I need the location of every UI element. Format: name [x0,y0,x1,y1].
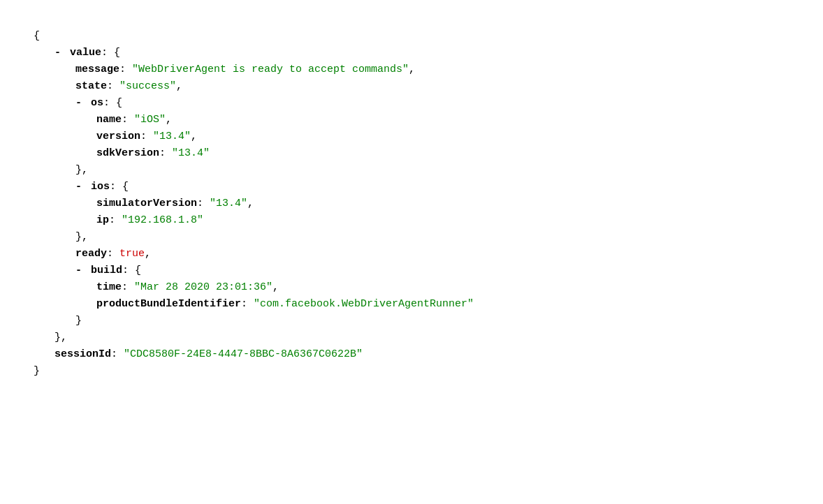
json-line-ios-close: }, [34,229,823,246]
separator: : [101,45,114,61]
json-line-sdkVersion-line: sdkVersion: "13.4" [34,145,823,162]
separator: : [119,61,132,78]
json-line-build-close: } [34,313,823,329]
json-key: message [75,61,119,78]
json-key: version [96,128,140,145]
json-line-time-line: time: "Mar 28 2020 23:01:36", [34,279,823,296]
comma: , [191,128,197,145]
string-value: "com.facebook.WebDriverAgentRunner" [254,296,474,313]
json-key: ready [75,246,107,262]
json-line-simulatorVersion-line: simulatorVersion: "13.4", [34,195,823,212]
comma: , [272,279,279,296]
open-brace: { [135,262,141,279]
close-brace: } [75,313,82,329]
json-key: sessionId [54,346,111,363]
json-line-value-close: }, [34,329,823,346]
collapse-icon[interactable]: - [75,179,88,195]
json-key: name [96,112,122,128]
json-line-productBundleIdentifier-line: productBundleIdentifier: "com.facebook.W… [34,296,823,313]
close-brace: }, [75,229,88,246]
separator: : [140,128,153,145]
punctuation: { [34,28,40,45]
json-line-name-line: name: "iOS", [34,112,823,128]
string-value: "13.4" [210,195,247,212]
open-brace: { [122,179,129,195]
json-line-ios-key: - ios: { [34,179,823,195]
separator: : [109,212,122,229]
json-line-version-line: version: "13.4", [34,128,823,145]
json-key: time [96,279,122,296]
separator: : [111,346,124,363]
string-value: "192.168.1.8" [122,212,203,229]
json-line-sessionId-line: sessionId: "CDC8580F-24E8-4447-8BBC-8A63… [34,346,823,363]
string-value: "13.4" [172,145,210,162]
separator: : [110,179,122,195]
close-brace: }, [54,329,67,346]
string-value: "success" [119,78,176,95]
string-value: "WebDriverAgent is ready to accept comma… [132,61,409,78]
separator: : [107,78,119,95]
json-line-root-close: } [34,363,823,380]
separator: : [122,112,134,128]
json-key: productBundleIdentifier [96,296,241,313]
json-line-value-key: - value: { [34,45,823,61]
json-key: ip [96,212,109,229]
json-line-os-close: }, [34,162,823,179]
comma: , [409,61,415,78]
string-value: "13.4" [153,128,191,145]
comma: , [166,112,172,128]
open-brace: { [114,45,120,61]
collapse-icon[interactable]: - [75,262,88,279]
punctuation: } [34,363,40,380]
json-line-root-open: { [34,28,823,45]
comma: , [145,246,151,262]
json-viewer: {- value: {message: "WebDriverAgent is r… [17,14,823,504]
json-key: simulatorVersion [96,195,197,212]
separator: : [241,296,254,313]
string-value: "iOS" [134,112,166,128]
separator: : [122,279,134,296]
json-content: {- value: {message: "WebDriverAgent is r… [34,28,823,380]
json-line-ready-line: ready: true, [34,246,823,262]
separator: : [159,145,172,162]
separator: : [197,195,210,212]
json-key: sdkVersion [96,145,159,162]
json-line-ip-line: ip: "192.168.1.8" [34,212,823,229]
json-key: build [91,262,122,279]
json-line-build-key: - build: { [34,262,823,279]
json-key: state [75,78,107,95]
json-key: value [70,45,101,61]
separator: : [107,246,119,262]
json-line-state-line: state: "success", [34,78,823,95]
json-line-os-key: - os: { [34,95,823,112]
comma: , [176,78,182,95]
boolean-value: true [119,246,145,262]
separator: : [103,95,116,112]
collapse-icon[interactable]: - [54,45,67,61]
comma: , [247,195,254,212]
string-value: "Mar 28 2020 23:01:36" [134,279,272,296]
json-key: ios [91,179,110,195]
close-brace: }, [75,162,88,179]
json-key: os [91,95,103,112]
collapse-icon[interactable]: - [75,95,88,112]
separator: : [122,262,135,279]
open-brace: { [116,95,122,112]
string-value: "CDC8580F-24E8-4447-8BBC-8A6367C0622B" [124,346,363,363]
json-line-message-line: message: "WebDriverAgent is ready to acc… [34,61,823,78]
